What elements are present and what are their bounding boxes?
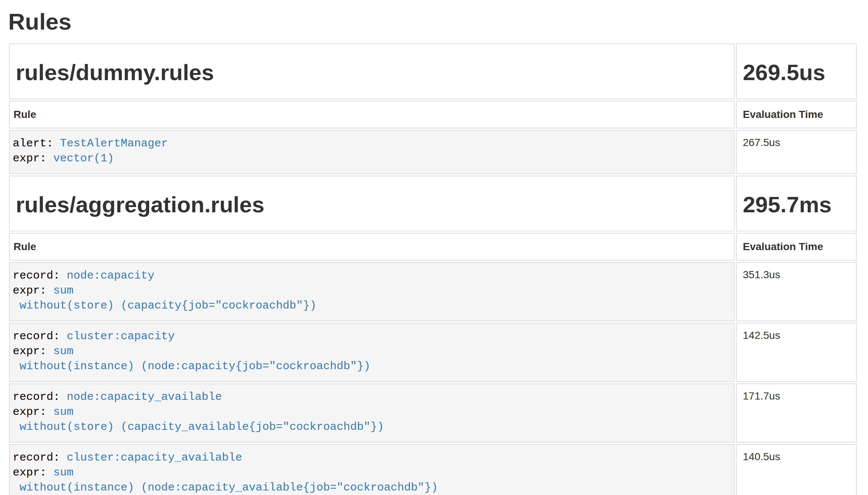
rule-line: alert: TestAlertManager <box>13 136 730 151</box>
expression-link[interactable]: sum <box>53 406 73 418</box>
yaml-key: expr: <box>13 466 53 479</box>
group-evaluation-total-cell: 269.5us <box>736 43 857 99</box>
rule-line: record: cluster:capacity_available <box>13 450 730 465</box>
rule-line: without(store) (capacity_available{job="… <box>13 419 730 434</box>
rule-group-file: rules/aggregation.rules <box>16 193 729 217</box>
rule-definition-cell: alert: TestAlertManagerexpr: vector(1) <box>9 130 735 174</box>
expression-link[interactable]: sum <box>53 284 73 297</box>
rule-line: record: node:capacity <box>13 268 730 283</box>
group-evaluation-total: 269.5us <box>743 61 851 85</box>
record-name-link[interactable]: node:capacity_available <box>67 391 222 403</box>
rule-group-file-cell: rules/aggregation.rules <box>9 176 735 231</box>
yaml-key: record: <box>13 451 67 464</box>
page-title: Rules <box>8 9 858 34</box>
group-evaluation-total-cell: 295.7ms <box>736 176 857 231</box>
rules-page: Rules rules/dummy.rules 269.5us Rule Eva… <box>0 0 868 495</box>
yaml-key: record: <box>13 269 67 282</box>
rule-row: record: cluster:capacityexpr: sum withou… <box>9 323 857 382</box>
yaml-key: record: <box>13 391 67 403</box>
rule-line: without(store) (capacity{job="cockroachd… <box>13 298 730 313</box>
evaluation-time-column-header: Evaluation Time <box>736 101 857 128</box>
rule-group-file: rules/dummy.rules <box>16 61 729 85</box>
expression-link[interactable]: vector(1) <box>53 152 114 165</box>
expression-link[interactable]: without(store) (capacity{job="cockroachd… <box>19 299 316 312</box>
evaluation-time-value: 171.7us <box>736 383 857 443</box>
evaluation-time-value: 140.5us <box>736 444 857 495</box>
rule-row: record: cluster:capacity_availableexpr: … <box>9 444 857 495</box>
rule-definition-cell: record: node:capacity_availableexpr: sum… <box>9 383 735 443</box>
rule-column-header: Rule <box>9 101 735 128</box>
evaluation-time-value: 142.5us <box>736 323 857 382</box>
yaml-key: alert: <box>13 137 60 150</box>
record-name-link[interactable]: cluster:capacity_available <box>67 451 242 464</box>
rule-line: expr: sum <box>13 404 730 419</box>
rule-column-header: Rule <box>9 233 735 261</box>
expression-link[interactable]: without(store) (capacity_available{job="… <box>19 420 384 433</box>
rule-line: expr: vector(1) <box>13 151 730 166</box>
record-name-link[interactable]: node:capacity <box>67 269 154 282</box>
column-header-row: Rule Evaluation Time <box>9 101 857 128</box>
record-name-link[interactable]: cluster:capacity <box>67 330 175 343</box>
rule-definition-cell: record: node:capacityexpr: sum without(s… <box>9 262 735 321</box>
rule-line: record: node:capacity_available <box>13 389 730 404</box>
expression-link[interactable]: sum <box>53 466 73 479</box>
rule-definition: record: cluster:capacity_availableexpr: … <box>13 450 730 495</box>
yaml-key <box>13 481 19 494</box>
rule-line: expr: sum <box>13 465 730 480</box>
expression-link[interactable]: sum <box>53 345 73 358</box>
yaml-key: expr: <box>13 152 53 165</box>
rule-line: without(instance) (node:capacity_availab… <box>13 480 730 495</box>
rule-definition-cell: record: cluster:capacityexpr: sum withou… <box>9 323 735 382</box>
rule-definition: record: node:capacityexpr: sum without(s… <box>13 268 730 313</box>
rule-row: record: node:capacityexpr: sum without(s… <box>9 262 857 321</box>
rule-line: expr: sum <box>13 344 730 359</box>
evaluation-time-value: 351.3us <box>736 262 857 321</box>
rule-definition: alert: TestAlertManagerexpr: vector(1) <box>13 136 730 166</box>
expression-link[interactable]: without(instance) (node:capacity{job="co… <box>19 360 370 373</box>
yaml-key: expr: <box>13 284 53 297</box>
group-evaluation-total: 295.7ms <box>743 193 851 217</box>
yaml-key: expr: <box>13 406 53 418</box>
rule-definition-cell: record: cluster:capacity_availableexpr: … <box>9 444 735 495</box>
yaml-key <box>13 299 19 312</box>
rule-line: record: cluster:capacity <box>13 329 730 344</box>
evaluation-time-value: 267.5us <box>736 130 857 174</box>
rule-line: expr: sum <box>13 283 730 298</box>
evaluation-time-column-header: Evaluation Time <box>736 233 857 261</box>
yaml-key <box>13 420 19 433</box>
yaml-key <box>13 360 19 373</box>
expression-link[interactable]: without(instance) (node:capacity_availab… <box>19 481 438 494</box>
rule-group-header-row: rules/aggregation.rules 295.7ms <box>9 176 857 231</box>
rule-row: record: node:capacity_availableexpr: sum… <box>9 383 857 443</box>
column-header-row: Rule Evaluation Time <box>9 233 857 261</box>
rule-definition: record: node:capacity_availableexpr: sum… <box>13 389 730 434</box>
rule-group-file-cell: rules/dummy.rules <box>9 43 735 99</box>
rule-definition: record: cluster:capacityexpr: sum withou… <box>13 329 730 374</box>
rule-row: alert: TestAlertManagerexpr: vector(1) 2… <box>9 130 857 174</box>
yaml-key: record: <box>13 330 67 343</box>
rule-line: without(instance) (node:capacity{job="co… <box>13 359 730 374</box>
yaml-key: expr: <box>13 345 53 358</box>
alert-name-link[interactable]: TestAlertManager <box>60 137 168 150</box>
rules-table: rules/dummy.rules 269.5us Rule Evaluatio… <box>7 42 858 495</box>
rule-group-header-row: rules/dummy.rules 269.5us <box>9 43 857 99</box>
